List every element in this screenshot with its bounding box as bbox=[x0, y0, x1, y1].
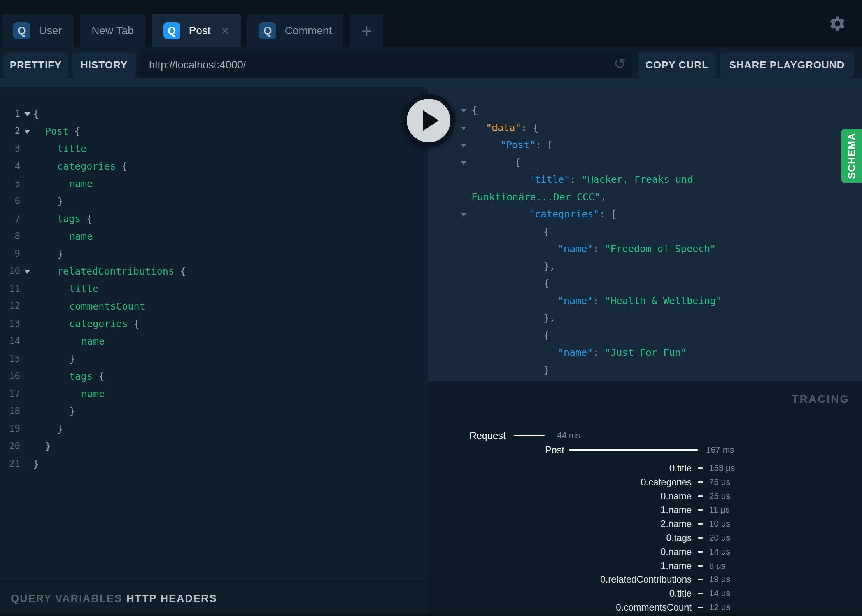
code-token: tags bbox=[69, 371, 98, 382]
line-number: 19 bbox=[0, 420, 20, 438]
response-viewer: {"data": {"Post": [{"title": "Hacker, Fr… bbox=[428, 88, 862, 381]
endpoint-url-input[interactable] bbox=[148, 53, 599, 77]
editor-line[interactable]: 12commentsCount bbox=[0, 298, 428, 315]
json-text: { bbox=[543, 223, 549, 240]
json-token: { bbox=[471, 105, 477, 116]
tracing-row-label: Post bbox=[428, 444, 564, 456]
settings-button[interactable] bbox=[829, 15, 846, 33]
fold-arrow-icon[interactable] bbox=[461, 213, 466, 217]
fold-arrow-icon[interactable] bbox=[461, 161, 466, 165]
editor-line[interactable]: 2Post { bbox=[0, 122, 428, 140]
tracing-row-label: 0.relatedContributions bbox=[428, 574, 692, 585]
editor-line[interactable]: 13categories { bbox=[0, 315, 428, 332]
code-text: } bbox=[69, 402, 75, 420]
history-button[interactable]: HISTORY bbox=[72, 52, 136, 78]
tab-new-tab[interactable]: New Tab bbox=[80, 14, 145, 47]
json-text: "title": "Hacker, Freaks und bbox=[529, 171, 693, 188]
tab-user[interactable]: QUser bbox=[2, 14, 74, 47]
editor-line[interactable]: 10relatedContributions { bbox=[0, 262, 428, 280]
json-token: , bbox=[600, 191, 606, 203]
query-editor[interactable]: 1{2Post {3title4categories {5name6}7tags… bbox=[0, 88, 428, 581]
editor-line[interactable]: 1{ bbox=[0, 105, 428, 122]
editor-line[interactable]: 6} bbox=[0, 192, 428, 210]
code-text: categories { bbox=[57, 158, 128, 175]
copy-curl-button[interactable]: COPY CURL bbox=[638, 52, 716, 78]
prettify-button[interactable]: PRETTIFY bbox=[3, 52, 68, 78]
http-headers-tab[interactable]: HTTP HEADERS bbox=[126, 593, 217, 605]
tracing-row: 0.tags20 μs bbox=[428, 532, 862, 544]
duration-bar bbox=[569, 449, 698, 451]
schema-tab-button[interactable]: SCHEMA bbox=[841, 129, 862, 183]
code-token: name bbox=[69, 231, 93, 242]
code-text: categories { bbox=[69, 315, 140, 332]
line-number: 2 bbox=[0, 122, 20, 140]
editor-line[interactable]: 19} bbox=[0, 420, 428, 438]
tab-post[interactable]: QPost× bbox=[152, 14, 241, 47]
response-line: { bbox=[428, 327, 862, 344]
fold-arrow-icon[interactable] bbox=[461, 127, 466, 130]
tracing-row-label: Request bbox=[428, 430, 506, 441]
tracing-row: 1.name11 μs bbox=[428, 504, 862, 516]
tracing-row-label: 0.commentsCount bbox=[428, 602, 692, 613]
editor-line[interactable]: 21} bbox=[0, 455, 428, 472]
fold-arrow-icon[interactable] bbox=[461, 144, 466, 147]
code-text: { bbox=[33, 105, 39, 122]
code-token: name bbox=[69, 178, 93, 189]
json-token: "categories" bbox=[529, 208, 599, 220]
code-text: } bbox=[33, 455, 39, 472]
fold-arrow-icon[interactable] bbox=[461, 109, 466, 113]
line-number: 7 bbox=[0, 210, 20, 228]
query-variables-tab[interactable]: QUERY VARIABLES bbox=[11, 593, 122, 605]
editor-line[interactable]: 7tags { bbox=[0, 210, 428, 228]
code-token: { bbox=[33, 108, 39, 119]
editor-line[interactable]: 11title bbox=[0, 280, 428, 298]
tracing-row-duration: 153 μs bbox=[709, 462, 735, 474]
tracing-row-label: 0.name bbox=[428, 546, 692, 558]
tracing-row-duration: 19 μs bbox=[709, 574, 730, 585]
tab-comment[interactable]: QComment bbox=[247, 14, 343, 47]
editor-line[interactable]: 9} bbox=[0, 245, 428, 262]
code-token: { bbox=[74, 126, 80, 137]
code-token: Post bbox=[45, 126, 74, 137]
new-tab-button[interactable]: + bbox=[350, 14, 383, 47]
editor-line[interactable]: 16tags { bbox=[0, 368, 428, 385]
fold-arrow-icon[interactable] bbox=[24, 112, 30, 116]
response-line: "name": "Freedom of Speech" bbox=[428, 240, 862, 257]
editor-line[interactable]: 8name bbox=[0, 228, 428, 245]
tab-label: Comment bbox=[285, 24, 332, 37]
json-text: Funktionäre...Der CCC", bbox=[471, 189, 606, 206]
editor-line[interactable]: 5name bbox=[0, 175, 428, 192]
editor-line[interactable]: 18} bbox=[0, 402, 428, 420]
fold-arrow-icon[interactable] bbox=[24, 270, 30, 274]
line-number: 5 bbox=[0, 175, 20, 192]
close-icon[interactable]: × bbox=[221, 23, 230, 38]
line-number: 8 bbox=[0, 228, 20, 245]
editor-line[interactable]: 20} bbox=[0, 438, 428, 455]
tracing-row-duration: 20 μs bbox=[709, 532, 730, 544]
editor-line[interactable]: 17name bbox=[0, 385, 428, 402]
editor-line[interactable]: 14name bbox=[0, 332, 428, 350]
tracing-row-label: 1.name bbox=[428, 504, 692, 516]
line-number: 4 bbox=[0, 158, 20, 175]
execute-button[interactable] bbox=[402, 94, 455, 147]
duration-dash bbox=[698, 579, 703, 580]
tracing-row-label: 2.name bbox=[428, 518, 692, 530]
json-token: { bbox=[543, 330, 549, 341]
fold-arrow-icon[interactable] bbox=[24, 130, 30, 134]
code-token: { bbox=[122, 161, 128, 172]
tracing-title: TRACING bbox=[792, 393, 850, 405]
query-badge-icon: Q bbox=[259, 22, 276, 39]
json-token: : bbox=[593, 243, 604, 254]
json-token: : bbox=[570, 174, 582, 185]
code-token: name bbox=[81, 336, 105, 347]
tracing-row: 0.relatedContributions19 μs bbox=[428, 574, 862, 585]
json-token: }, bbox=[543, 312, 555, 324]
refresh-icon[interactable]: ↺ bbox=[613, 55, 626, 72]
editor-line[interactable]: 4categories { bbox=[0, 158, 428, 175]
json-token: }, bbox=[543, 261, 555, 272]
share-playground-button[interactable]: SHARE PLAYGROUND bbox=[720, 52, 854, 78]
editor-line[interactable]: 3title bbox=[0, 140, 428, 158]
code-text: tags { bbox=[57, 210, 92, 228]
editor-line[interactable]: 15} bbox=[0, 350, 428, 368]
json-token: "title" bbox=[529, 174, 570, 185]
